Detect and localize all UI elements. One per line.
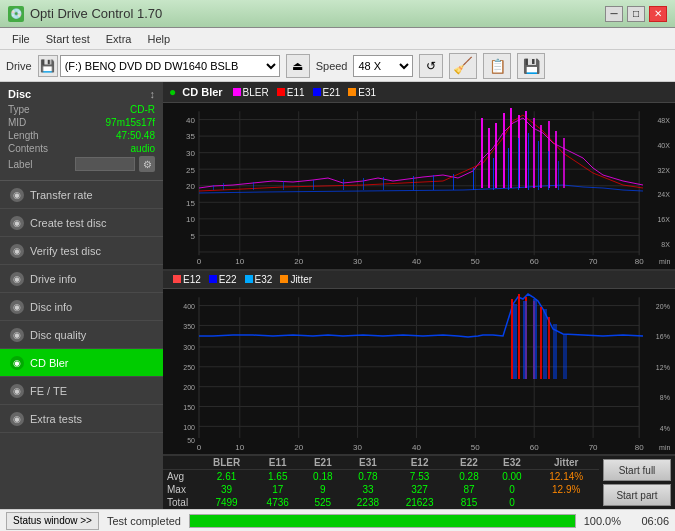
- legend-e32: E32: [245, 274, 273, 285]
- disc-label-input[interactable]: [75, 157, 135, 171]
- legend-jitter-dot: [280, 275, 288, 283]
- svg-text:10: 10: [186, 215, 195, 224]
- sidebar-item-drive-info[interactable]: ◉ Drive info: [0, 265, 163, 293]
- svg-text:50: 50: [471, 442, 480, 451]
- sidebar-item-verify-test-disc[interactable]: ◉ Verify test disc: [0, 237, 163, 265]
- stats-avg-jitter: 12.14%: [533, 470, 599, 484]
- svg-text:70: 70: [589, 442, 598, 451]
- verify-test-disc-icon: ◉: [10, 244, 24, 258]
- close-button[interactable]: ✕: [649, 6, 667, 22]
- maximize-button[interactable]: □: [627, 6, 645, 22]
- svg-text:35: 35: [186, 132, 195, 141]
- stats-total-e21: 525: [301, 496, 344, 509]
- stats-row-avg: Avg 2.61 1.65 0.18 0.78 7.53 0.28 0.00 1…: [163, 470, 599, 484]
- svg-text:80: 80: [635, 257, 644, 266]
- sidebar-item-create-test-disc[interactable]: ◉ Create test disc: [0, 209, 163, 237]
- speed-select[interactable]: 48 X: [353, 55, 413, 77]
- legend-e21-dot: [313, 88, 321, 96]
- menu-file[interactable]: File: [4, 31, 38, 47]
- svg-text:20: 20: [186, 182, 195, 191]
- svg-rect-51: [540, 125, 542, 188]
- legend-jitter: Jitter: [280, 274, 312, 285]
- svg-rect-118: [540, 307, 542, 379]
- sidebar-item-cd-bler[interactable]: ◉ CD Bler: [0, 349, 163, 377]
- svg-text:24X: 24X: [657, 191, 670, 198]
- stats-avg-e12: 7.53: [392, 470, 448, 484]
- disc-panel: Disc ↕ Type CD-R MID 97m15s17f Length 47…: [0, 82, 163, 181]
- sidebar-item-transfer-rate[interactable]: ◉ Transfer rate: [0, 181, 163, 209]
- refresh-button[interactable]: ↺: [419, 54, 443, 78]
- sidebar-item-disc-quality[interactable]: ◉ Disc quality: [0, 321, 163, 349]
- statusbar: Status window >> Test completed 100.0% 0…: [0, 509, 675, 531]
- stats-total-e22: 815: [448, 496, 491, 509]
- svg-text:30: 30: [186, 149, 195, 158]
- svg-rect-46: [503, 113, 505, 188]
- sidebar-item-fe-te-label: FE / TE: [30, 385, 67, 397]
- minimize-button[interactable]: ─: [605, 6, 623, 22]
- legend-bler-label: BLER: [243, 87, 269, 98]
- svg-rect-122: [533, 299, 537, 379]
- svg-rect-119: [548, 317, 550, 379]
- disc-length-label: Length: [8, 130, 39, 141]
- svg-text:80: 80: [635, 442, 644, 451]
- status-window-button[interactable]: Status window >>: [6, 512, 99, 530]
- stats-row-max: Max 39 17 9 33 327 87 0 12.9%: [163, 483, 599, 496]
- svg-rect-120: [513, 304, 517, 379]
- create-test-disc-icon: ◉: [10, 216, 24, 230]
- disc-length-value: 47:50.48: [116, 130, 155, 141]
- chart1-icon: ●: [169, 85, 176, 99]
- svg-text:10: 10: [235, 257, 244, 266]
- disc-panel-arrow[interactable]: ↕: [150, 88, 156, 100]
- stats-avg-bler: 2.61: [199, 470, 254, 484]
- stats-max-e21: 9: [301, 483, 344, 496]
- svg-rect-72: [548, 151, 549, 190]
- svg-text:32X: 32X: [657, 167, 670, 174]
- svg-text:8%: 8%: [660, 393, 670, 400]
- charts-wrapper: 40 35 30 25 20 15 10 5 0 10 20 30 40 50 …: [163, 103, 675, 455]
- svg-text:10: 10: [235, 442, 244, 451]
- save-button[interactable]: 💾: [517, 53, 545, 79]
- svg-rect-58: [283, 181, 284, 190]
- eject-button[interactable]: ⏏: [286, 54, 310, 78]
- menu-start-test[interactable]: Start test: [38, 31, 98, 47]
- copy-button[interactable]: 📋: [483, 53, 511, 79]
- svg-rect-59: [313, 180, 314, 190]
- chart1-header: ● CD Bler BLER E11 E21 E31: [163, 82, 675, 103]
- elapsed-time: 06:06: [629, 515, 669, 527]
- legend-e32-label: E32: [255, 274, 273, 285]
- extra-tests-icon: ◉: [10, 412, 24, 426]
- stats-row-total: Total 7499 4736 525 2238 21623 815 0: [163, 496, 599, 509]
- svg-text:8X: 8X: [661, 241, 670, 248]
- svg-text:min: min: [659, 443, 670, 450]
- legend-e11-label: E11: [287, 87, 305, 98]
- menu-extra[interactable]: Extra: [98, 31, 140, 47]
- chart2-svg: 400 350 300 250 200 150 100 50 0 10 20 3…: [163, 289, 675, 455]
- svg-rect-124: [553, 324, 557, 379]
- legend-e31-label: E31: [358, 87, 376, 98]
- sidebar-item-transfer-rate-label: Transfer rate: [30, 189, 93, 201]
- eraser-button[interactable]: 🧹: [449, 53, 477, 79]
- legend-e21: E21: [313, 87, 341, 98]
- legend-e11-dot: [277, 88, 285, 96]
- disc-gear-button[interactable]: ⚙: [139, 156, 155, 172]
- disc-mid-value: 97m15s17f: [106, 117, 155, 128]
- chart1-svg: 40 35 30 25 20 15 10 5 0 10 20 30 40 50 …: [163, 103, 675, 269]
- sidebar-item-extra-tests[interactable]: ◉ Extra tests: [0, 405, 163, 433]
- svg-text:20: 20: [294, 257, 303, 266]
- svg-rect-73: [558, 161, 559, 190]
- legend-e12: E12: [173, 274, 201, 285]
- svg-text:16X: 16X: [657, 216, 670, 223]
- sidebar-item-disc-info[interactable]: ◉ Disc info: [0, 293, 163, 321]
- stats-total-bler: 7499: [199, 496, 254, 509]
- start-full-button[interactable]: Start full: [603, 459, 671, 481]
- svg-text:5: 5: [191, 232, 196, 241]
- stats-col-empty: [163, 456, 199, 470]
- legend-e11: E11: [277, 87, 305, 98]
- drive-select[interactable]: (F:) BENQ DVD DD DW1640 BSLB: [60, 55, 280, 77]
- menu-help[interactable]: Help: [139, 31, 178, 47]
- svg-text:250: 250: [183, 364, 195, 371]
- svg-rect-43: [481, 118, 483, 188]
- sidebar-item-fe-te[interactable]: ◉ FE / TE: [0, 377, 163, 405]
- start-part-button[interactable]: Start part: [603, 484, 671, 506]
- disc-panel-title: Disc: [8, 88, 31, 100]
